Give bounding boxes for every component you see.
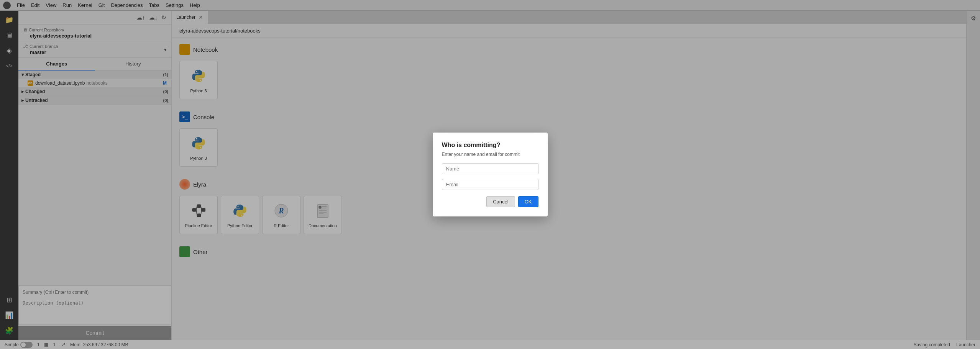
modal-overlay: Who is committing? Enter your name and e… (0, 0, 980, 349)
modal-email-input[interactable] (442, 179, 538, 190)
modal-title: Who is committing? (442, 142, 538, 149)
cancel-button[interactable]: Cancel (486, 196, 515, 207)
commit-dialog: Who is committing? Enter your name and e… (433, 133, 548, 216)
modal-buttons: Cancel OK (442, 196, 538, 207)
modal-subtitle: Enter your name and email for commit (442, 152, 538, 157)
modal-name-input[interactable] (442, 163, 538, 174)
ok-button[interactable]: OK (518, 196, 538, 207)
